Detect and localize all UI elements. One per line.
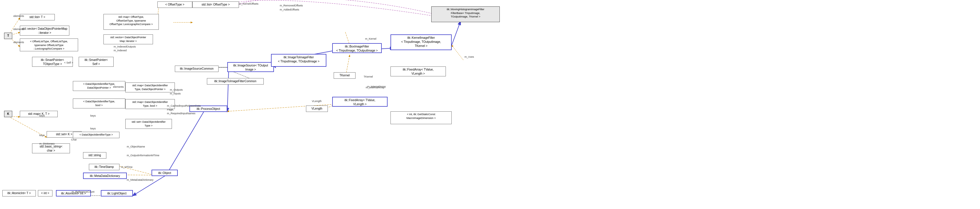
label-m-kerneloffsets: m_KernelOffsets	[239, 2, 258, 5]
label-elements-4: elements	[113, 85, 124, 88]
svg-line-24	[452, 45, 463, 60]
label-m-mtime: m_MTime	[121, 166, 133, 169]
diagram-canvas: T K std::list< T > std::vector< DataObje…	[0, 0, 980, 209]
label-m-required: m_RequiredInputNames	[167, 112, 196, 115]
svg-line-14	[125, 175, 154, 175]
label-tkernel-arrow: TKernel	[364, 75, 373, 78]
node-std-map-dataobj-bool[interactable]: std::map< DataObjectIdentifierType, bool…	[125, 99, 175, 109]
node-imagetoimagecommon[interactable]: itk::ImageToImageFilterCommon	[207, 78, 264, 85]
label-m-kernel: m_Kernel	[365, 37, 377, 40]
label-m-indexed: m_Indexed	[114, 49, 127, 52]
label-maxes: m_Axes	[465, 55, 474, 58]
node-data-id-bool[interactable]: < DataObjectIdentifierType,bool >	[73, 99, 125, 108]
node-boxfilter[interactable]: itk::BoxImageFilter< TInputImage, TOutpu…	[332, 43, 382, 53]
node-lightobject[interactable]: itk::LightObject	[101, 190, 133, 196]
node-getstaticconst[interactable]: < int, itk::GetStaticConstMacroImageDime…	[390, 111, 452, 124]
node-fixedarray-kernel[interactable]: itk::FixedArray< TValue,VLength >	[390, 67, 446, 77]
node-object[interactable]: itk::Object	[151, 170, 178, 176]
node-atomicint-t[interactable]: itk::AtomicInt< T >	[2, 190, 36, 196]
svg-line-8	[452, 22, 460, 45]
node-movinghistogram[interactable]: itk::MovingHistogramImageFilterFilterBas…	[431, 6, 500, 22]
label-m-internalarray: m_InternalArray	[366, 86, 384, 89]
label-vlength-arrow: VLength	[312, 100, 322, 103]
label-keys-2: keys	[90, 127, 96, 130]
node-std-vector[interactable]: std::vector< DataObjectPointerMap::itera…	[20, 26, 69, 35]
label-keys-4: keys	[39, 134, 45, 137]
label-elements-1: elements	[13, 14, 24, 18]
node-std-list-offsettype[interactable]: std::list< OffsetType >	[192, 2, 239, 8]
node-T[interactable]: T	[4, 33, 12, 39]
label-m-indexed-outputs: m_IndexedOutputs	[114, 45, 136, 48]
label-elements-3: elements	[13, 41, 24, 44]
node-data-id-type[interactable]: < DataObjectIdentifierType >	[73, 132, 119, 138]
label-char: Char	[71, 138, 77, 141]
label-m-addedoffsets: m_AddedOffsets	[280, 8, 299, 11]
node-offsetlist[interactable]: < OffsetListType, OffsetListType,typenam…	[20, 38, 78, 51]
label-page: Page,	[167, 108, 174, 111]
label-m-inputs: m_Inputs	[170, 92, 181, 95]
node-std-list-t[interactable]: std::list< T >	[20, 14, 55, 21]
label-m-outputs: m_Outputs	[170, 88, 183, 91]
label-m-referencecount: m_ReferenceCount	[72, 190, 94, 193]
label-m-cached: m_CachedInputReleaseData	[167, 104, 201, 107]
node-std-map-dataobj-dp[interactable]: std::map< DataObjectIdentifierType, Data…	[125, 83, 175, 93]
label-m-metadatadict: m_MetaDataDictionary	[127, 179, 154, 181]
label-keys-3: keys	[39, 114, 45, 117]
label-elements-2: elements	[13, 28, 24, 30]
node-K[interactable]: K	[4, 111, 12, 117]
label-m-removedoffsets: m_RemovedOffsets	[280, 4, 303, 7]
node-std-map-k-t[interactable]: std::map< K, T >	[20, 111, 58, 117]
node-tkernel[interactable]: TKernel	[334, 72, 355, 79]
node-timestamp[interactable]: itk::TimeStamp	[89, 164, 119, 170]
label-m-dictionary: m_Dictionary	[39, 142, 55, 145]
node-imagetoimage[interactable]: itk::ImageToImageFilter< TInputImage, TO…	[271, 54, 326, 67]
node-std-set-dataobj[interactable]: std::set< DataObjectIdentifierType >	[125, 119, 172, 129]
node-imagesourcecommon[interactable]: itk::ImageSourceCommon	[175, 65, 218, 72]
node-std-string[interactable]: std::string	[83, 152, 107, 159]
node-vlength[interactable]: VLength	[306, 105, 328, 112]
node-std-map-offsettype[interactable]: std::map< OffsetType,OffsetSetType, type…	[103, 14, 159, 30]
label-self: < Self >	[64, 61, 73, 64]
node-smartpointer-self[interactable]: itk::SmartPointer<Self >	[79, 57, 114, 67]
label-keys-1: keys	[90, 114, 96, 117]
node-int[interactable]: < int >	[38, 190, 52, 196]
label-m-outputinfo: m_OutputInformationMTime	[127, 154, 159, 157]
node-kernelfilter[interactable]: itk::KernelImageFilter< TInputImage, TOu…	[390, 34, 452, 50]
node-fixedarray[interactable]: itk::FixedArray< TValue,VLength >	[332, 97, 388, 107]
node-metadatadict[interactable]: itk::MetaDataDictionary	[83, 172, 127, 179]
label-m-objectname: m_ObjectName	[127, 145, 145, 148]
svg-line-5	[227, 67, 229, 111]
node-std-vector-dataobject[interactable]: std::vector< DataObjectPointerMap::itera…	[103, 34, 153, 44]
node-imagesource[interactable]: itk::ImageSource< TOutputImage >	[227, 62, 274, 72]
node-offset-type[interactable]: < OffsetType >	[158, 2, 192, 8]
